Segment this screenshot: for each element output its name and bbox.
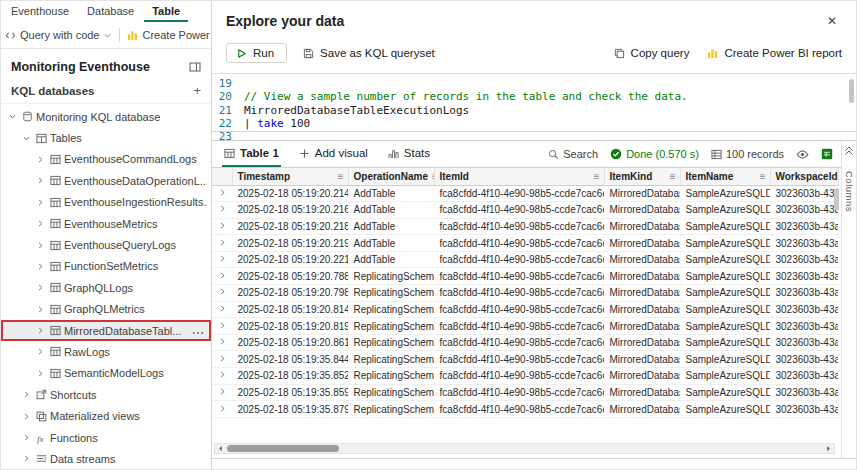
row-expand-icon[interactable] [212,351,232,368]
scrollbar-thumb[interactable] [227,445,339,452]
chevron-right-icon[interactable] [36,305,45,314]
row-expand-icon[interactable] [212,251,232,268]
sidebar-item-table[interactable]: SemanticModelLogs [1,363,211,384]
table-row[interactable]: 2025-02-18 05:19:20.2160AddTablefca8cfdd… [212,202,838,219]
sidebar-item-table[interactable]: EventhouseIngestionResults... [1,192,211,213]
sidebar-item-table[interactable]: FunctionSetMetrics [1,256,211,277]
chevron-right-icon[interactable] [36,176,45,185]
sidebar-item-table[interactable]: EventhouseMetrics [1,213,211,234]
column-header-itemname[interactable]: ItemName≡ [680,168,770,185]
close-icon[interactable]: ✕ [822,12,842,30]
excel-export-icon[interactable] [821,148,833,160]
chevron-right-icon[interactable] [36,262,45,271]
table-row[interactable]: 2025-02-18 05:19:20.2180AddTablefca8cfdd… [212,218,838,235]
column-menu-icon[interactable]: ≡ [338,171,344,182]
chevron-down-icon[interactable] [22,134,31,143]
double-chevron-up-icon[interactable] [844,145,854,157]
chevron-right-icon[interactable] [36,155,45,164]
sidebar-item-table[interactable]: GraphQLLogs [1,277,211,298]
editor-line[interactable]: 19 [212,77,856,90]
row-expand-icon[interactable] [212,285,232,302]
sidebar-item-shortcuts[interactable]: Shortcuts [1,384,211,405]
row-expand-icon[interactable] [212,218,232,235]
open-panel-icon[interactable] [189,61,201,73]
sidebar-item-materialized-views[interactable]: Materialized views [1,405,211,426]
results-tab-add-visual[interactable]: Add visual [297,141,370,167]
sidebar-item-table[interactable]: EventhouseCommandLogs [1,149,211,170]
search-button[interactable]: Search [548,148,598,160]
editor-splitter[interactable] [212,131,856,132]
table-row[interactable]: 2025-02-18 05:19:35.8590ReplicatingSchem… [212,384,838,401]
sidebar-item-kql-database[interactable]: Monitoring KQL database [1,106,211,127]
table-row[interactable]: 2025-02-18 05:19:20.2190AddTablefca8cfdd… [212,235,838,252]
row-expand-icon[interactable] [212,334,232,351]
chevron-right-icon[interactable] [36,347,45,356]
create-power-bi-button[interactable]: Create Power BI [127,29,211,41]
table-row[interactable]: 2025-02-18 05:19:20.7980ReplicatingSchem… [212,285,838,302]
table-row[interactable]: 2025-02-18 05:19:35.8790ReplicatingSchem… [212,401,838,418]
more-options-icon[interactable] [189,325,207,337]
copy-query-button[interactable]: Copy query [614,47,690,59]
table-row[interactable]: 2025-02-18 05:19:20.8140ReplicatingSchem… [212,301,838,318]
row-expand-icon[interactable] [212,268,232,285]
sidebar-tab-database[interactable]: Database [79,2,142,22]
sidebar-item-table[interactable]: EventhouseDataOperationL... [1,170,211,191]
eye-icon[interactable] [796,148,809,161]
sidebar-tab-eventhouse[interactable]: Eventhouse [3,2,77,22]
row-expand-icon[interactable] [212,384,232,401]
row-expand-icon[interactable] [212,401,232,418]
chevron-right-icon[interactable] [22,454,31,463]
results-tab-stats[interactable]: Stats [386,141,432,167]
sidebar-item-data-streams[interactable]: Data streams [1,448,211,469]
table-row[interactable]: 2025-02-18 05:19:20.8610ReplicatingSchem… [212,334,838,351]
table-row[interactable]: 2025-02-18 05:19:35.8440ReplicatingSchem… [212,351,838,368]
sidebar-item-table[interactable]: GraphQLMetrics [1,299,211,320]
editor-line[interactable]: 22| take 100 [212,117,856,130]
scroll-left-icon[interactable] [215,445,226,452]
row-expand-icon[interactable] [212,235,232,252]
column-header-operationname[interactable]: OperationName≡ [348,168,434,185]
chevron-right-icon[interactable] [22,433,31,442]
editor-scrollbar[interactable] [849,79,854,103]
chevron-right-icon[interactable] [36,219,45,228]
chevron-down-icon[interactable] [8,112,17,121]
row-expand-icon[interactable] [212,202,232,219]
run-button[interactable]: Run [226,43,287,63]
chevron-right-icon[interactable] [36,198,45,207]
chevron-right-icon[interactable] [36,283,45,292]
table-row[interactable]: 2025-02-18 05:19:20.2140AddTablefca8cfdd… [212,185,838,202]
chevron-right-icon[interactable] [36,326,45,335]
column-menu-icon[interactable]: ≡ [594,171,600,182]
row-expand-icon[interactable] [212,185,232,202]
sidebar-item-table[interactable]: RawLogs [1,341,211,362]
query-with-code-button[interactable]: Query with code [5,29,112,41]
column-header-itemid[interactable]: ItemId≡ [434,168,604,185]
chevron-right-icon[interactable] [22,412,31,421]
add-database-icon[interactable]: + [193,83,201,98]
sidebar-tab-table[interactable]: Table [144,2,188,22]
save-kql-queryset-button[interactable]: Save as KQL queryset [303,47,435,59]
chevron-right-icon[interactable] [36,241,45,250]
table-row[interactable]: 2025-02-18 05:19:20.2210AddTablefca8cfdd… [212,251,838,268]
column-menu-icon[interactable]: ≡ [760,171,766,182]
editor-line[interactable]: 20// View a sample number of records in … [212,90,856,103]
sidebar-item-table[interactable]: MirroredDatabaseTabl... [1,320,211,341]
grid-vertical-scrollbar[interactable] [834,188,839,210]
sidebar-item-tables-folder[interactable]: Tables [1,127,211,148]
row-expand-icon[interactable] [212,318,232,335]
column-header-timestamp[interactable]: Timestamp≡ [232,168,348,185]
kql-query-editor[interactable]: 1920// View a sample number of records i… [212,73,856,140]
results-tab-table-1[interactable]: Table 1 [222,141,281,167]
column-menu-icon[interactable]: ≡ [432,171,434,182]
sidebar-item-functions[interactable]: fxFunctions [1,427,211,448]
table-row[interactable]: 2025-02-18 05:19:20.8190ReplicatingSchem… [212,318,838,335]
row-expand-icon[interactable] [212,368,232,385]
grid-horizontal-scrollbar[interactable] [214,443,835,454]
column-header-workspaceid[interactable]: WorkspaceId≡ [770,168,838,185]
chevron-right-icon[interactable] [22,390,31,399]
table-row[interactable]: 2025-02-18 05:19:35.8520ReplicatingSchem… [212,368,838,385]
editor-line[interactable]: 21MirroredDatabaseTableExecutionLogs [212,104,856,117]
column-menu-icon[interactable]: ≡ [670,171,676,182]
chevron-right-icon[interactable] [36,369,45,378]
column-header-itemkind[interactable]: ItemKind≡ [604,168,680,185]
